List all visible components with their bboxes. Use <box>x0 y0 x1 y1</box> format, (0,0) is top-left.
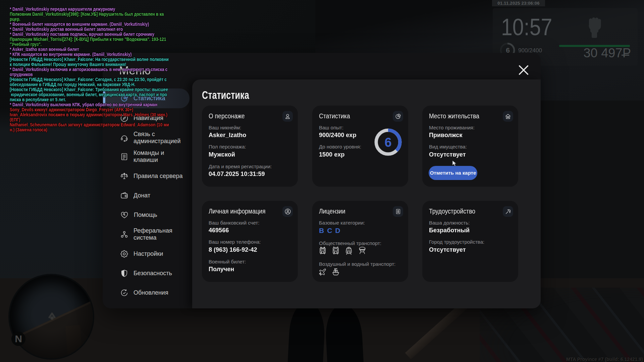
svg-text:6: 6 <box>384 135 391 149</box>
